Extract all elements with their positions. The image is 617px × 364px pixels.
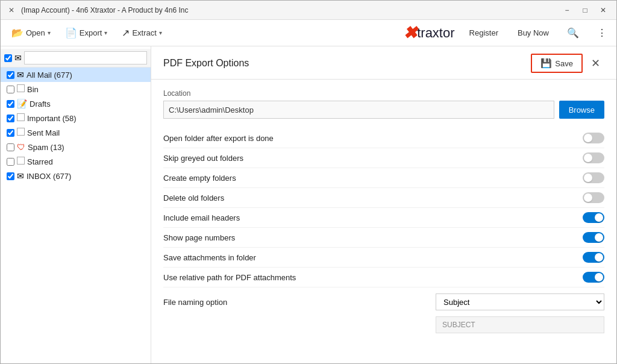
title-bar-controls: − □ ✕: [559, 4, 612, 17]
toggle-thumb: [584, 193, 592, 202]
folder-icon: 🛡: [17, 142, 25, 152]
sidebar-check-icon: ✉: [14, 53, 22, 63]
more-options-button[interactable]: ⋮: [592, 24, 612, 43]
file-naming-select[interactable]: SubjectDateFromTo: [436, 293, 604, 310]
sidebar-folder-item[interactable]: Bin: [1, 82, 151, 96]
toggle-thumb: [584, 154, 592, 162]
toggle-switch[interactable]: [583, 232, 604, 243]
folder-checkbox[interactable]: [7, 86, 14, 93]
folder-icon: 📝: [17, 99, 27, 108]
export-icon: 📄: [65, 27, 77, 39]
title-bar-x-icon[interactable]: ✕: [5, 5, 17, 16]
toggle-label: Include email headers: [163, 213, 240, 222]
toggle-thumb: [584, 134, 592, 142]
folder-icon: [17, 113, 25, 123]
toggle-thumb: [595, 213, 603, 222]
close-window-button[interactable]: ✕: [595, 4, 612, 17]
toggle-thumb: [595, 273, 603, 281]
toggle-label: Skip greyed out folders: [163, 154, 243, 163]
folder-checkbox[interactable]: [7, 129, 14, 137]
extract-icon: ↗: [122, 27, 130, 39]
close-panel-button[interactable]: ✕: [586, 54, 604, 72]
folder-checkbox[interactable]: [7, 172, 14, 180]
sidebar-header: ✉: [1, 49, 151, 67]
toggle-switch[interactable]: [583, 272, 604, 283]
folder-checkbox[interactable]: [7, 115, 14, 122]
open-label: Open: [26, 28, 45, 37]
toggle-label: Use relative path for PDF attachments: [163, 273, 296, 282]
toggle-switch[interactable]: [583, 133, 604, 143]
right-panel: PDF Export Options 💾 Save ✕ Location: [151, 46, 616, 363]
toggle-list: Open folder after export is doneSkip gre…: [163, 128, 604, 287]
folder-checkbox[interactable]: [7, 158, 14, 166]
open-button[interactable]: 📂 Open ▾: [5, 25, 57, 41]
brand-name: traxtor: [417, 25, 454, 41]
toggle-thumb: [584, 174, 592, 182]
title-bar-left: ✕ (Imap Account) - 4n6 Xtraxtor - A Prod…: [5, 5, 559, 16]
toggle-switch[interactable]: [583, 212, 604, 223]
sidebar-folder-item[interactable]: 📝Drafts: [1, 96, 151, 111]
toggle-switch[interactable]: [583, 192, 604, 203]
options-header-actions: 💾 Save ✕: [531, 54, 604, 73]
folder-icon: ✉: [17, 171, 24, 181]
app-window: ✕ (Imap Account) - 4n6 Xtraxtor - A Prod…: [0, 0, 617, 364]
sidebar-folder-item[interactable]: Starred: [1, 154, 151, 169]
toggle-label: Delete old folders: [163, 193, 224, 202]
title-bar-title: (Imap Account) - 4n6 Xtraxtor - A Produc…: [21, 6, 188, 14]
folder-icon: [17, 128, 25, 137]
sidebar-folder-item[interactable]: Important (58): [1, 111, 151, 125]
toggle-label: Open folder after export is done: [163, 134, 274, 143]
toggle-label: Create empty folders: [163, 174, 236, 183]
location-row: Browse: [163, 101, 604, 119]
brand-area: ✖ traxtor Register Buy Now 🔍 ⋮: [403, 23, 612, 43]
location-label: Location: [163, 89, 604, 98]
options-title: PDF Export Options: [163, 58, 249, 69]
register-link[interactable]: Register: [465, 26, 503, 40]
folder-list: ✉All Mail (677)Bin📝DraftsImportant (58)S…: [1, 67, 151, 183]
toggle-label: Save attachments in folder: [163, 253, 256, 262]
export-button[interactable]: 📄 Export ▾: [59, 25, 114, 41]
folder-name: Sent Mail: [27, 128, 147, 137]
toggle-row: Show page numbers: [163, 228, 604, 248]
main-content: ✉ ✉All Mail (677)Bin📝DraftsImportant (58…: [1, 46, 616, 363]
folder-checkbox[interactable]: [7, 71, 14, 79]
folder-checkbox[interactable]: [7, 143, 14, 151]
sidebar-folder-item[interactable]: 🛡Spam (13): [1, 140, 151, 154]
toggle-switch[interactable]: [583, 152, 604, 163]
toggle-switch[interactable]: [583, 172, 604, 183]
file-naming-row: File naming option SubjectDateFromTo: [163, 287, 604, 314]
sidebar-select-all-checkbox[interactable]: [4, 54, 12, 62]
export-chevron-icon: ▾: [104, 30, 107, 36]
toggle-row: Delete old folders: [163, 188, 604, 208]
options-panel: PDF Export Options 💾 Save ✕ Location: [151, 46, 616, 363]
extract-button[interactable]: ↗ Extract ▾: [116, 25, 168, 41]
buynow-link[interactable]: Buy Now: [513, 26, 554, 40]
folder-checkbox[interactable]: [7, 100, 14, 108]
toggle-label: Show page numbers: [163, 233, 235, 242]
folder-name: Important (58): [27, 114, 147, 123]
sidebar: ✉ ✉All Mail (677)Bin📝DraftsImportant (58…: [1, 46, 151, 363]
location-input[interactable]: [163, 101, 554, 119]
toggle-switch[interactable]: [583, 252, 604, 263]
sidebar-folder-item[interactable]: Sent Mail: [1, 125, 151, 140]
location-section: Location Browse: [163, 89, 604, 119]
browse-button[interactable]: Browse: [559, 101, 604, 119]
toggle-thumb: [595, 253, 603, 262]
search-button[interactable]: 🔍: [563, 24, 583, 43]
export-label: Export: [80, 28, 102, 37]
subject-preview: SUBJECT: [436, 316, 604, 333]
sidebar-search-input[interactable]: [24, 51, 147, 64]
toggle-thumb: [595, 233, 603, 242]
sidebar-folder-item[interactable]: ✉All Mail (677): [1, 67, 151, 82]
toolbar: 📂 Open ▾ 📄 Export ▾ ↗ Extract ▾ ✖ traxto…: [1, 20, 616, 46]
brand-logo: ✖ traxtor: [403, 23, 454, 43]
sidebar-folder-item[interactable]: ✉INBOX (677): [1, 169, 151, 183]
title-bar: ✕ (Imap Account) - 4n6 Xtraxtor - A Prod…: [1, 1, 616, 20]
maximize-button[interactable]: □: [577, 4, 594, 17]
brand-x-letter: ✖: [403, 23, 417, 43]
save-button[interactable]: 💾 Save: [531, 54, 583, 73]
folder-name: Bin: [27, 85, 147, 94]
folder-name: INBOX (677): [27, 172, 147, 181]
folder-name: Starred: [27, 157, 147, 166]
minimize-button[interactable]: −: [559, 4, 575, 17]
